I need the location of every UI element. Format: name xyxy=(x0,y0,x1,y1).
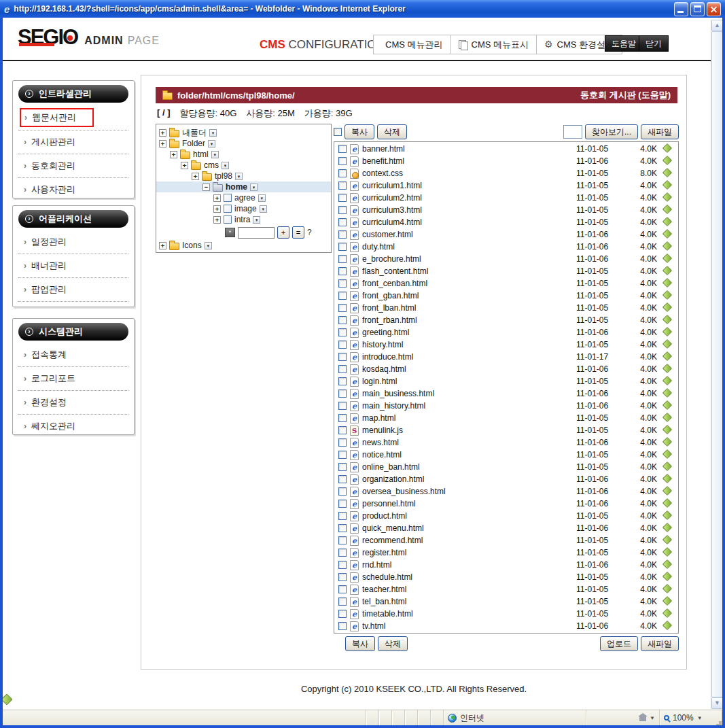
tree-row[interactable]: +cms▾ xyxy=(156,160,331,171)
sidebar-section-header[interactable]: ›인트라셀관리 xyxy=(18,85,128,103)
create-folder-button[interactable]: + xyxy=(277,226,289,239)
tree-node-label[interactable]: 내폴더 xyxy=(182,127,207,139)
file-row[interactable]: eschedule.html11-01-054.0K xyxy=(334,571,678,583)
tree-row[interactable]: +agree▾ xyxy=(156,192,331,203)
nav-button-copy[interactable]: CMS 메뉴표시 xyxy=(450,35,537,54)
file-row[interactable]: efront_lban.html11-01-054.0K xyxy=(334,302,678,314)
minimize-button[interactable] xyxy=(674,2,688,16)
file-row[interactable]: etimetable.html11-01-054.0K xyxy=(334,608,678,620)
sidebar-item[interactable]: ›배너관리 xyxy=(18,254,128,278)
edit-icon[interactable] xyxy=(662,217,672,226)
file-row[interactable]: elogin.html11-01-054.0K xyxy=(334,375,678,387)
file-name[interactable]: tel_ban.html xyxy=(362,597,573,606)
filename-input[interactable] xyxy=(563,125,582,139)
edit-icon[interactable] xyxy=(662,302,672,312)
edit-icon[interactable] xyxy=(662,315,672,324)
dropdown-icon[interactable]: ▾ xyxy=(205,242,212,249)
file-name[interactable]: product.html xyxy=(362,511,573,521)
file-row[interactable]: eproduct.html11-01-054.0K xyxy=(334,510,678,522)
sidebar-item[interactable]: ›웹문서관리 xyxy=(18,105,128,131)
edit-icon[interactable] xyxy=(662,596,672,606)
file-row[interactable]: ecurriculum1.html11-01-054.0K xyxy=(334,179,678,192)
file-checkbox[interactable] xyxy=(338,585,347,593)
tree-row[interactable]: *+=? xyxy=(156,225,331,240)
file-checkbox[interactable] xyxy=(338,255,347,263)
file-row[interactable]: eorganization.html11-01-064.0K xyxy=(334,473,678,485)
edit-icon[interactable] xyxy=(662,241,672,251)
copy-button[interactable]: 복사 xyxy=(344,124,374,139)
file-name[interactable]: benefit.html xyxy=(362,156,573,166)
tree-row[interactable]: +intra▾ xyxy=(156,214,331,225)
tree-node-label[interactable]: html xyxy=(193,150,209,159)
expand-toggle-icon[interactable]: + xyxy=(159,140,166,148)
edit-icon[interactable] xyxy=(662,400,672,410)
file-name[interactable]: rnd.html xyxy=(362,560,573,570)
expand-toggle-icon[interactable]: − xyxy=(202,184,210,191)
file-checkbox[interactable] xyxy=(338,230,347,239)
file-row[interactable]: ecustomer.html11-01-064.0K xyxy=(334,228,678,241)
file-checkbox[interactable] xyxy=(338,549,347,557)
expand-toggle-icon[interactable]: + xyxy=(213,216,221,224)
file-name[interactable]: teacher.html xyxy=(362,585,573,594)
dropdown-icon[interactable]: ▾ xyxy=(258,194,266,202)
file-row[interactable]: eteacher.html11-01-054.0K xyxy=(334,583,678,595)
edit-icon[interactable] xyxy=(662,608,672,618)
file-name[interactable]: greeting.html xyxy=(362,328,573,337)
new-file-button[interactable]: 새파일 xyxy=(641,124,679,139)
edit-icon[interactable] xyxy=(662,486,672,496)
file-checkbox[interactable] xyxy=(338,145,347,153)
upload-button[interactable]: 업로드 xyxy=(600,636,638,651)
file-name[interactable]: history.html xyxy=(362,340,573,349)
sidebar-item[interactable]: ›일정관리 xyxy=(18,230,128,254)
file-checkbox[interactable] xyxy=(338,365,347,373)
tree-row[interactable]: −home▾ xyxy=(156,181,331,192)
tree-node-label[interactable]: intra xyxy=(234,215,250,224)
edit-icon[interactable] xyxy=(662,621,672,630)
help-button[interactable]: 도움말 xyxy=(605,35,643,52)
nav-button-document[interactable]: CMS 메뉴관리 xyxy=(373,35,451,54)
edit-icon[interactable] xyxy=(662,156,672,165)
edit-icon[interactable] xyxy=(662,437,672,447)
file-checkbox[interactable] xyxy=(338,610,347,618)
tree-node-label[interactable]: cms xyxy=(204,160,219,170)
new-folder-name-input[interactable] xyxy=(238,227,275,239)
dropdown-icon[interactable]: ▾ xyxy=(235,173,243,180)
file-row[interactable]: eintroduce.html11-01-174.0K xyxy=(334,351,678,363)
file-row[interactable]: enews.html11-01-064.0K xyxy=(334,436,678,449)
sidebar-section-header[interactable]: ›시스템관리 xyxy=(18,323,128,341)
file-name[interactable]: kosdaq.html xyxy=(362,364,573,374)
edit-icon[interactable] xyxy=(662,180,672,190)
file-row[interactable]: emain_history.html11-01-064.0K xyxy=(334,400,678,412)
file-name[interactable]: recommend.html xyxy=(362,536,573,545)
edit-icon[interactable] xyxy=(662,425,672,434)
edit-icon[interactable] xyxy=(662,205,672,214)
file-checkbox[interactable] xyxy=(338,512,347,520)
expand-toggle-icon[interactable]: + xyxy=(181,162,188,169)
file-checkbox[interactable] xyxy=(338,451,347,459)
tree-node-label[interactable]: Folder xyxy=(182,139,205,148)
file-checkbox[interactable] xyxy=(338,157,347,165)
file-checkbox[interactable] xyxy=(338,487,347,496)
vertical-scrollbar[interactable]: ▲ ▼ xyxy=(711,20,722,709)
file-row[interactable]: ehistory.html11-01-054.0K xyxy=(334,339,678,351)
edit-icon[interactable] xyxy=(662,290,672,300)
file-name[interactable]: oversea_business.html xyxy=(362,487,573,496)
dropdown-icon[interactable]: ▾ xyxy=(260,205,267,213)
file-name[interactable]: login.html xyxy=(362,377,573,386)
file-checkbox[interactable] xyxy=(338,463,347,471)
edit-icon[interactable] xyxy=(662,168,672,177)
file-checkbox[interactable] xyxy=(338,304,347,312)
edit-icon[interactable] xyxy=(662,266,672,275)
dropdown-icon[interactable]: ▾ xyxy=(250,184,258,191)
edit-icon[interactable] xyxy=(662,351,672,361)
tree-node-label[interactable]: Icons xyxy=(182,241,202,250)
file-checkbox[interactable] xyxy=(338,573,347,581)
file-name[interactable]: front_gban.html xyxy=(362,291,573,300)
file-checkbox[interactable] xyxy=(338,475,347,483)
resize-grip[interactable] xyxy=(719,721,722,724)
sidebar-item[interactable]: ›게시판관리 xyxy=(18,131,128,154)
dropdown-icon[interactable]: ▾ xyxy=(222,162,229,169)
tree-row[interactable]: +image▾ xyxy=(156,203,331,214)
board-help-link[interactable]: 동호회 게시판 (도움말) xyxy=(580,89,671,101)
tree-row[interactable]: +Folder▾ xyxy=(156,138,331,149)
